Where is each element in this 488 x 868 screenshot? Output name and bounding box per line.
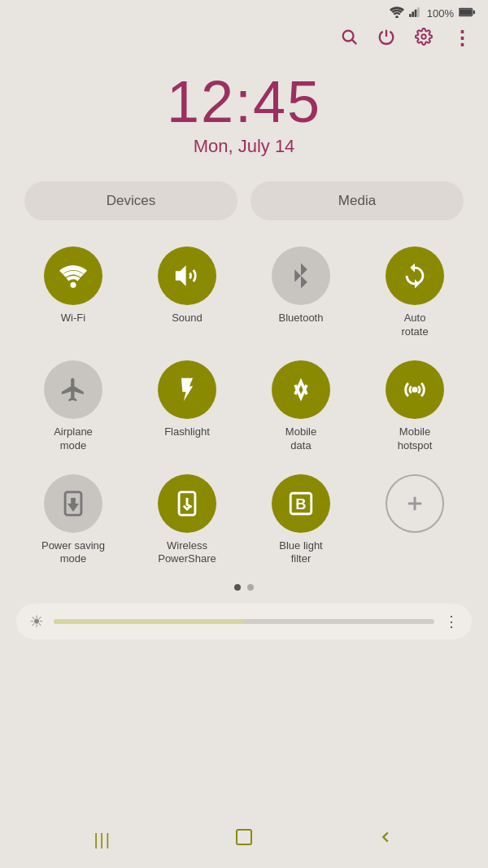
bluelightfilter-label: Blue light filter xyxy=(279,539,322,567)
add-toggle[interactable] xyxy=(358,468,472,574)
top-icons-row: ⋮ xyxy=(0,24,488,56)
airplane-toggle[interactable]: Airplane mode xyxy=(16,354,130,460)
hotspot-toggle[interactable]: Mobile hotspot xyxy=(358,354,472,460)
brightness-more-button[interactable]: ⋮ xyxy=(444,613,459,630)
date-display: Mon, July 14 xyxy=(0,136,488,157)
brightness-slider[interactable] xyxy=(54,619,434,624)
autorotate-circle xyxy=(386,246,444,305)
recents-button[interactable]: ||| xyxy=(94,831,111,849)
brightness-fill xyxy=(54,619,244,624)
brightness-row[interactable]: ☀ ⋮ xyxy=(16,604,472,639)
powersaving-circle xyxy=(44,474,102,533)
hotspot-circle xyxy=(386,360,444,419)
tabs-row: Devices Media xyxy=(0,181,488,240)
add-circle xyxy=(386,474,444,533)
navigation-bar: ||| xyxy=(0,811,488,868)
hotspot-label: Mobile hotspot xyxy=(398,425,433,453)
search-button[interactable] xyxy=(340,28,358,50)
svg-rect-1 xyxy=(409,14,412,17)
airplane-circle xyxy=(44,360,102,419)
svg-point-0 xyxy=(395,15,399,18)
svg-rect-2 xyxy=(412,11,414,17)
flashlight-circle xyxy=(158,360,216,419)
more-options-button[interactable]: ⋮ xyxy=(452,27,472,50)
status-bar: 100% xyxy=(0,0,488,24)
sound-label: Sound xyxy=(172,312,203,325)
svg-point-11 xyxy=(70,282,76,288)
wirelesspowershare-circle xyxy=(158,474,216,533)
clock-display: 12:45 xyxy=(0,72,488,131)
back-button[interactable] xyxy=(377,828,394,851)
wirelesspowershare-toggle[interactable]: Wireless PowerShare xyxy=(130,468,244,574)
bluelightfilter-toggle[interactable]: B Blue light filter xyxy=(244,468,358,574)
svg-text:B: B xyxy=(295,495,306,513)
brightness-icon: ☀ xyxy=(29,612,44,631)
toggles-grid: Wi-Fi Sound Bluetooth Auto rotat xyxy=(0,240,488,573)
svg-rect-7 xyxy=(473,11,475,15)
media-tab[interactable]: Media xyxy=(251,181,464,220)
flashlight-label: Flashlight xyxy=(164,425,210,439)
signal-icon xyxy=(409,7,422,20)
powersaving-label: Power saving mode xyxy=(41,539,105,567)
bluetooth-toggle[interactable]: Bluetooth xyxy=(244,240,358,346)
svg-point-10 xyxy=(421,34,426,39)
autorotate-toggle[interactable]: Auto rotate xyxy=(358,240,472,346)
dot-1 xyxy=(234,584,241,591)
flashlight-toggle[interactable]: Flashlight xyxy=(130,354,244,460)
devices-tab[interactable]: Devices xyxy=(24,181,237,220)
svg-rect-6 xyxy=(460,9,472,15)
bluetooth-circle xyxy=(272,246,330,305)
battery-status: 100% xyxy=(427,7,454,20)
sound-toggle[interactable]: Sound xyxy=(130,240,244,346)
wifi-label: Wi-Fi xyxy=(61,312,85,325)
mobiledata-circle xyxy=(272,360,330,419)
mobiledata-label: Mobile data xyxy=(285,425,316,453)
svg-point-8 xyxy=(343,30,354,41)
battery-icon xyxy=(459,7,475,20)
svg-rect-20 xyxy=(237,830,251,844)
sound-circle xyxy=(158,246,216,305)
autorotate-label: Auto rotate xyxy=(401,312,428,339)
dot-2 xyxy=(247,584,254,591)
wirelesspowershare-label: Wireless PowerShare xyxy=(158,539,216,567)
svg-marker-12 xyxy=(176,265,186,286)
bluelightfilter-circle: B xyxy=(272,474,330,533)
power-button[interactable] xyxy=(377,28,395,50)
wifi-circle xyxy=(44,246,102,305)
powersaving-toggle[interactable]: Power saving mode xyxy=(16,468,130,574)
airplane-label: Airplane mode xyxy=(54,425,93,453)
time-section: 12:45 Mon, July 14 xyxy=(0,56,488,181)
svg-rect-4 xyxy=(417,7,420,17)
settings-button[interactable] xyxy=(415,28,433,50)
svg-point-13 xyxy=(412,386,417,392)
home-button[interactable] xyxy=(234,827,254,852)
wifi-toggle[interactable]: Wi-Fi xyxy=(16,240,130,346)
svg-rect-3 xyxy=(414,10,416,17)
wifi-icon xyxy=(390,7,404,20)
mobiledata-toggle[interactable]: Mobile data xyxy=(244,354,358,460)
bluetooth-label: Bluetooth xyxy=(279,312,324,325)
pagination xyxy=(0,573,488,595)
svg-line-9 xyxy=(352,40,356,44)
